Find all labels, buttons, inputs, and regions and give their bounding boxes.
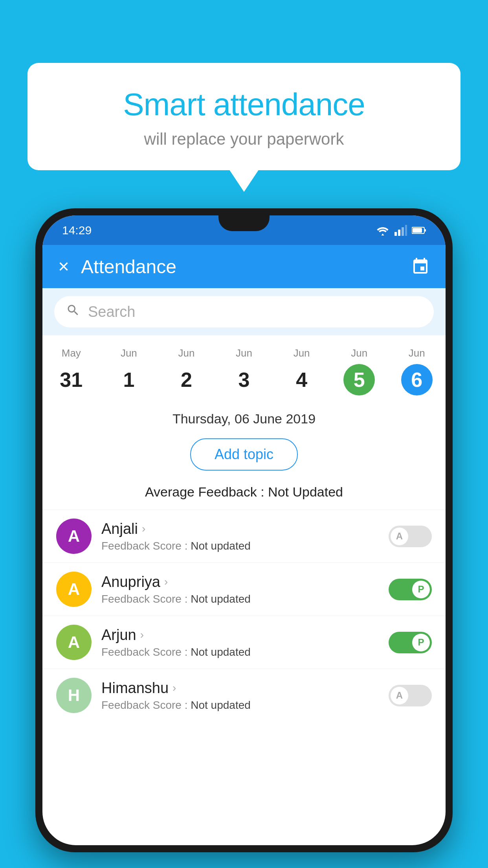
cal-month-label: Jun — [215, 347, 273, 359]
student-item[interactable]: HHimanshu ›Feedback Score : Not updatedA — [42, 669, 446, 722]
cal-date-number: 3 — [228, 364, 260, 395]
cal-date-number: 4 — [286, 364, 317, 395]
student-feedback: Feedback Score : Not updated — [101, 646, 379, 658]
cal-month-label: Jun — [158, 347, 215, 359]
svg-rect-5 — [413, 228, 422, 233]
avatar: H — [56, 678, 92, 713]
calendar-icon[interactable] — [411, 257, 430, 276]
chevron-icon: › — [164, 576, 168, 588]
toggle-knob: P — [412, 634, 430, 651]
cal-month-label: May — [42, 347, 100, 359]
app-bar: × Attendance — [42, 245, 446, 288]
cal-date-number: 6 — [401, 364, 433, 395]
status-bar: 14:29 — [42, 215, 446, 245]
average-feedback: Average Feedback : Not Updated — [42, 478, 446, 509]
app-bar-title: Attendance — [81, 256, 411, 278]
cal-month-label: Jun — [100, 347, 158, 359]
svg-rect-3 — [405, 225, 407, 236]
calendar-day[interactable]: Jun3 — [215, 343, 273, 399]
attendance-toggle[interactable]: A — [389, 685, 432, 706]
chevron-icon: › — [142, 522, 145, 535]
attendance-toggle[interactable]: P — [389, 632, 432, 653]
status-icons — [376, 225, 426, 236]
search-placeholder: Search — [88, 303, 135, 320]
student-feedback: Feedback Score : Not updated — [101, 699, 379, 712]
speech-bubble-subtitle: will replace your paperwork — [51, 130, 437, 149]
search-bar[interactable]: Search — [54, 296, 434, 327]
feedback-value: Not updated — [191, 540, 251, 552]
avatar: A — [56, 519, 92, 554]
cal-month-label: Jun — [330, 347, 388, 359]
phone-inner: 14:29 — [42, 215, 446, 845]
speech-bubble-container: Smart attendance will replace your paper… — [28, 63, 460, 170]
student-info: Himanshu ›Feedback Score : Not updated — [101, 680, 379, 712]
phone-frame: 14:29 — [35, 208, 453, 852]
svg-rect-1 — [398, 230, 400, 236]
svg-rect-6 — [425, 229, 426, 232]
student-list: AAnjali ›Feedback Score : Not updatedAAA… — [42, 509, 446, 722]
search-icon — [66, 303, 80, 321]
avg-feedback-value: Not Updated — [268, 484, 343, 499]
student-feedback: Feedback Score : Not updated — [101, 540, 379, 552]
cal-date-number: 31 — [55, 364, 87, 395]
student-item[interactable]: AAnjali ›Feedback Score : Not updatedA — [42, 509, 446, 563]
student-info: Arjun ›Feedback Score : Not updated — [101, 627, 379, 658]
feedback-value: Not updated — [191, 646, 251, 658]
attendance-toggle[interactable]: P — [389, 579, 432, 600]
signal-icon — [394, 225, 407, 236]
close-button[interactable]: × — [58, 257, 69, 276]
svg-rect-2 — [402, 227, 404, 236]
wifi-icon — [376, 225, 390, 236]
toggle-knob: A — [391, 528, 408, 545]
avg-feedback-label: Average Feedback : — [145, 484, 268, 499]
calendar-day[interactable]: Jun2 — [158, 343, 215, 399]
chevron-icon: › — [172, 682, 176, 694]
chevron-icon: › — [140, 629, 144, 641]
cal-date-number: 2 — [171, 364, 202, 395]
student-name: Anjali › — [101, 520, 379, 537]
calendar-day[interactable]: Jun1 — [100, 343, 158, 399]
toggle-knob: A — [391, 687, 408, 704]
feedback-value: Not updated — [191, 593, 251, 605]
student-name: Arjun › — [101, 627, 379, 644]
battery-icon — [412, 226, 426, 234]
cal-month-label: Jun — [388, 347, 446, 359]
search-container: Search — [42, 288, 446, 335]
calendar-day[interactable]: May31 — [42, 343, 100, 399]
calendar-day[interactable]: Jun4 — [273, 343, 330, 399]
avatar: A — [56, 625, 92, 660]
calendar-row: May31Jun1Jun2Jun3Jun4Jun5Jun6 — [42, 335, 446, 399]
cal-date-number: 1 — [113, 364, 145, 395]
avatar: A — [56, 572, 92, 607]
selected-date-label: Thursday, 06 June 2019 — [42, 399, 446, 434]
student-info: Anjali ›Feedback Score : Not updated — [101, 520, 379, 552]
speech-bubble: Smart attendance will replace your paper… — [28, 63, 460, 170]
calendar-day[interactable]: Jun5 — [330, 343, 388, 399]
student-item[interactable]: AArjun ›Feedback Score : Not updatedP — [42, 616, 446, 669]
status-time: 14:29 — [62, 224, 92, 237]
feedback-value: Not updated — [191, 699, 251, 711]
student-item[interactable]: AAnupriya ›Feedback Score : Not updatedP — [42, 563, 446, 616]
cal-date-number: 5 — [343, 364, 375, 395]
student-feedback: Feedback Score : Not updated — [101, 593, 379, 605]
speech-bubble-title: Smart attendance — [51, 86, 437, 123]
cal-month-label: Jun — [273, 347, 330, 359]
attendance-toggle[interactable]: A — [389, 526, 432, 547]
student-name: Himanshu › — [101, 680, 379, 697]
student-info: Anupriya ›Feedback Score : Not updated — [101, 574, 379, 605]
student-name: Anupriya › — [101, 574, 379, 590]
svg-rect-0 — [394, 232, 397, 236]
add-topic-container: Add topic — [42, 434, 446, 478]
calendar-day[interactable]: Jun6 — [388, 343, 446, 399]
toggle-knob: P — [412, 581, 430, 598]
add-topic-button[interactable]: Add topic — [190, 438, 298, 471]
